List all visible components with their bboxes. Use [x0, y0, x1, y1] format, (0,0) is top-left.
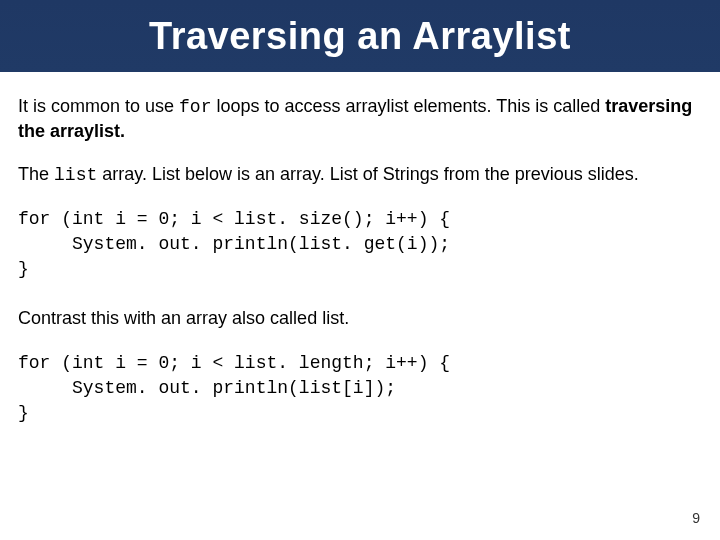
intro-paragraph: It is common to use for loops to access …	[18, 94, 702, 144]
slide: Traversing an Arraylist It is common to …	[0, 0, 720, 540]
identifier-list: list	[54, 165, 97, 185]
page-number: 9	[692, 510, 700, 526]
list-description: The list array. List below is an array. …	[18, 162, 702, 187]
contrast-paragraph: Contrast this with an array also called …	[18, 306, 702, 330]
code-array-loop: for (int i = 0; i < list. length; i++) {…	[18, 351, 702, 427]
title-band: Traversing an Arraylist	[0, 0, 720, 72]
text-fragment: loops to access arraylist elements. This…	[211, 96, 605, 116]
text-fragment: array. List below is an array. List of S…	[97, 164, 639, 184]
keyword-for: for	[179, 97, 211, 117]
code-arraylist-loop: for (int i = 0; i < list. size(); i++) {…	[18, 207, 702, 283]
text-fragment: It is common to use	[18, 96, 179, 116]
slide-body: It is common to use for loops to access …	[0, 72, 720, 426]
slide-title: Traversing an Arraylist	[149, 15, 571, 58]
text-fragment: The	[18, 164, 54, 184]
